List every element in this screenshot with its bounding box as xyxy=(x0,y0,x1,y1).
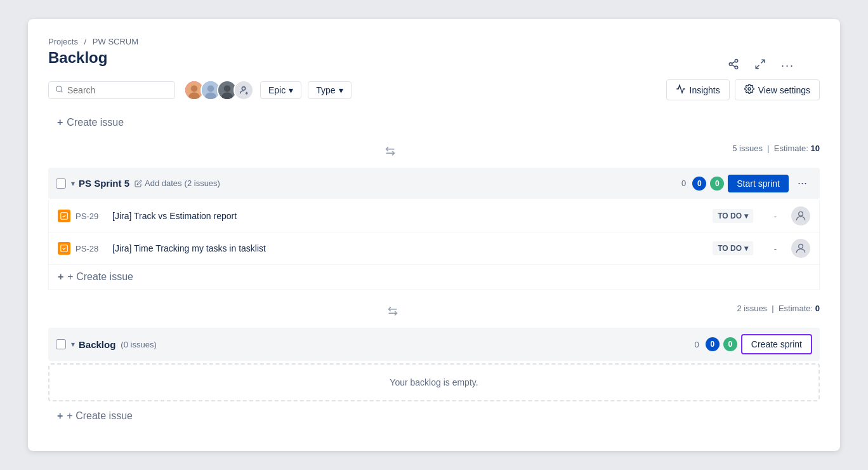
backlog-empty-state: Your backlog is empty. xyxy=(48,363,820,401)
section1-estimate-label: Estimate: xyxy=(774,144,808,153)
section2-issue-count: 2 issues xyxy=(737,304,767,313)
issue-title-2: [Jira] Time Tracking my tasks in tasklis… xyxy=(112,243,713,253)
issue-id-2: PS-28 xyxy=(76,244,106,253)
issue-status-chevron-1: ▾ xyxy=(744,211,748,220)
issue-assignee-2[interactable] xyxy=(791,239,810,258)
backlog-create-issue-label: + Create issue xyxy=(67,410,133,422)
view-settings-button[interactable]: View settings xyxy=(735,79,820,100)
sprint5-checkbox[interactable] xyxy=(56,178,66,189)
share-button[interactable] xyxy=(723,55,744,76)
backlog-issue-count: (0 issues) xyxy=(121,340,156,349)
issue-status-2[interactable]: TO DO ▾ xyxy=(713,241,753,255)
toolbar: Epic ▾ Type ▾ Insights xyxy=(48,79,820,100)
svg-line-5 xyxy=(761,60,764,63)
svg-line-3 xyxy=(732,65,735,67)
plus-icon-sprint5: + xyxy=(58,271,63,283)
epic-label: Epic xyxy=(268,85,286,95)
section1-estimate-value: 10 xyxy=(811,144,820,153)
search-box[interactable] xyxy=(48,81,175,99)
more-button[interactable]: ··· xyxy=(776,55,799,76)
expand-button[interactable] xyxy=(749,55,771,76)
sprint5-badge-blue: 0 xyxy=(692,177,706,191)
section-summary-2: 2 issues | Estimate: 0 xyxy=(737,304,820,319)
type-label: Type xyxy=(316,85,335,95)
sprint5-badge-green: 0 xyxy=(710,177,724,191)
sprint5-actions: 0 0 0 Start sprint ··· xyxy=(681,174,812,192)
search-input[interactable] xyxy=(67,85,168,95)
backlog-badge-gray-value: 0 xyxy=(695,340,699,349)
svg-line-4 xyxy=(732,62,735,64)
view-settings-icon xyxy=(744,84,754,96)
backlog-create-issue[interactable]: + + Create issue xyxy=(48,404,820,428)
issue-estimate-1: - xyxy=(766,211,785,221)
create-issue-top-label: Create issue xyxy=(67,117,124,128)
issue-status-label-2: TO DO xyxy=(718,244,742,253)
section1-issue-count: 5 issues xyxy=(732,144,763,153)
page-title: Backlog xyxy=(48,49,820,67)
section-divider-1[interactable] xyxy=(48,140,732,163)
svg-point-18 xyxy=(242,86,245,90)
issue-status-1[interactable]: TO DO ▾ xyxy=(713,209,753,223)
svg-point-1 xyxy=(729,63,732,66)
type-filter-button[interactable]: Type ▾ xyxy=(308,81,351,99)
header-actions: ··· xyxy=(723,55,799,76)
insights-label: Insights xyxy=(690,85,720,95)
backlog-actions: 0 0 0 Create sprint xyxy=(695,334,812,354)
insights-button[interactable]: Insights xyxy=(666,79,730,100)
svg-point-27 xyxy=(799,244,803,248)
sprint5-chevron-icon[interactable]: ▾ xyxy=(71,179,75,188)
svg-point-21 xyxy=(748,88,751,90)
sprint5-create-issue[interactable]: + + Create issue xyxy=(48,265,820,290)
epic-chevron-icon: ▾ xyxy=(289,85,293,95)
svg-rect-26 xyxy=(61,245,68,252)
sprint5-issues: PS-29 [Jira] Track vs Estimation report … xyxy=(48,200,820,265)
section-divider-2[interactable] xyxy=(48,300,737,323)
start-sprint-button[interactable]: Start sprint xyxy=(728,175,789,192)
svg-point-10 xyxy=(191,85,198,92)
svg-line-8 xyxy=(61,91,62,92)
epic-filter-button[interactable]: Epic ▾ xyxy=(260,81,301,99)
sprint5-header: ▾ PS Sprint 5 Add dates (2 issues) 0 0 0… xyxy=(48,168,820,199)
plus-icon-backlog: + xyxy=(57,410,63,422)
more-icon: ··· xyxy=(781,59,794,72)
section2-estimate-value: 0 xyxy=(815,304,820,313)
svg-line-6 xyxy=(756,65,759,69)
share-icon xyxy=(728,58,739,72)
sprint5-badge-gray-value: 0 xyxy=(681,178,686,188)
svg-point-13 xyxy=(207,85,214,92)
issue-title-1: [Jira] Track vs Estimation report xyxy=(112,211,713,221)
issue-row[interactable]: PS-29 [Jira] Track vs Estimation report … xyxy=(48,200,820,232)
view-settings-label: View settings xyxy=(758,85,810,95)
sprint5-name: PS Sprint 5 xyxy=(79,178,129,189)
insights-icon xyxy=(676,84,686,96)
svg-point-16 xyxy=(224,85,231,92)
sprint5-add-dates-label: Add dates xyxy=(145,178,182,188)
svg-point-7 xyxy=(56,86,62,91)
issue-status-label-1: TO DO xyxy=(718,211,742,220)
section-summary-1: 5 issues | Estimate: 10 xyxy=(732,144,820,159)
create-issue-top[interactable]: + Create issue xyxy=(48,111,820,135)
svg-point-25 xyxy=(799,211,803,216)
sprint5-issue-count: (2 issues) xyxy=(185,178,220,188)
type-chevron-icon: ▾ xyxy=(339,85,343,95)
expand-icon xyxy=(754,58,766,72)
issue-type-icon-1 xyxy=(58,210,70,222)
plus-icon-top: + xyxy=(57,117,63,128)
sprint5-edit-dates[interactable]: Add dates xyxy=(135,178,182,188)
section2-estimate-label: Estimate: xyxy=(779,304,813,313)
svg-rect-24 xyxy=(61,213,68,220)
backlog-header: ▾ Backlog (0 issues) 0 0 0 Create sprint xyxy=(48,328,820,361)
add-avatar-button[interactable] xyxy=(233,80,254,100)
sprint5-more-button[interactable]: ··· xyxy=(792,174,812,192)
backlog-chevron-icon[interactable]: ▾ xyxy=(71,340,75,349)
create-sprint-button[interactable]: Create sprint xyxy=(741,334,812,354)
issue-assignee-1[interactable] xyxy=(791,206,810,225)
issue-row[interactable]: PS-28 [Jira] Time Tracking my tasks in t… xyxy=(48,232,820,265)
backlog-badge-blue: 0 xyxy=(706,337,720,351)
backlog-checkbox[interactable] xyxy=(56,339,66,349)
issue-status-chevron-2: ▾ xyxy=(744,244,748,253)
search-icon xyxy=(55,85,63,95)
issue-type-icon-2 xyxy=(58,242,70,255)
svg-point-2 xyxy=(735,66,738,69)
breadcrumb: Projects / PW SCRUM xyxy=(48,37,820,46)
